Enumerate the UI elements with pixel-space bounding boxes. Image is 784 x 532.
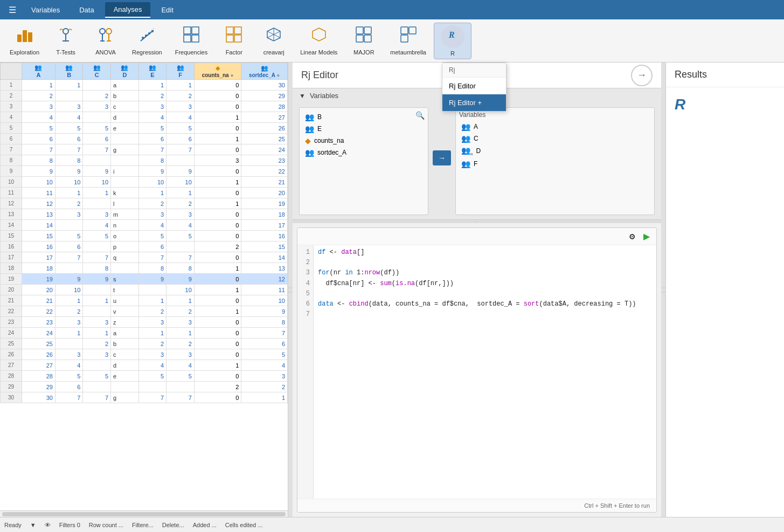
drag-handle-1[interactable]: ⋮⋮	[288, 63, 293, 517]
var-item-E[interactable]: 👥 E	[303, 123, 425, 135]
added-label: Added ...	[193, 522, 217, 528]
nav-tab-variables[interactable]: Variables	[23, 3, 68, 17]
status-cells-edited[interactable]: Cells edited ...	[225, 522, 263, 528]
dropdown-rj-editor-plus[interactable]: Rj Editor +	[442, 94, 506, 111]
table-row[interactable]: 262633c3305	[1, 349, 288, 360]
svg-rect-32	[364, 27, 371, 34]
t-tests-label: T-Tests	[56, 49, 75, 56]
table-row[interactable]: 222b22029	[1, 91, 288, 101]
toolbar-r[interactable]: R R	[434, 23, 471, 59]
table-row[interactable]: 14144n44017	[1, 220, 288, 231]
rj-editor-title: Rj Editor	[301, 70, 338, 81]
move-variable-button[interactable]: →	[433, 150, 451, 165]
status-eye[interactable]: 👁	[45, 522, 51, 528]
table-row[interactable]: 111111k11020	[1, 188, 288, 198]
var-label-B: B	[317, 113, 322, 121]
table-row[interactable]: 9999i99022	[1, 166, 288, 177]
nav-tab-analyses[interactable]: Analyses	[105, 2, 151, 18]
table-row[interactable]: 171777q77014	[1, 252, 288, 263]
linear-models-icon	[310, 26, 328, 47]
exploration-label: Exploration	[10, 49, 39, 56]
creavarj-label: creavarj	[263, 49, 285, 56]
toolbar-factor[interactable]: Factor	[215, 23, 253, 59]
code-content[interactable]: 1 2 3 4 5 6 7 df <- data[] for(nr in 1:n…	[297, 245, 656, 499]
toolbar-anova[interactable]: ANOVA	[87, 23, 124, 59]
regression-label: Regression	[132, 49, 162, 56]
table-row[interactable]: 25252b2206	[1, 338, 288, 349]
right-var-item-C[interactable]: 👥 C	[459, 133, 651, 144]
table-row[interactable]: 131333m33018	[1, 209, 288, 220]
table-row[interactable]: 2929622	[1, 382, 288, 392]
table-row[interactable]: 212111u11010	[1, 295, 288, 306]
toolbar-metaumbrella[interactable]: metaumbrella	[385, 23, 432, 59]
drag-handle-2[interactable]: ⋮⋮	[661, 63, 665, 517]
metaumbrella-icon	[400, 26, 417, 47]
filter-icon: ▼	[30, 522, 36, 528]
toolbar-creavarj[interactable]: creavarj	[255, 23, 293, 59]
var-item-sortdec-a[interactable]: 👥 sortdec_A	[303, 147, 425, 158]
right-var-item-D[interactable]: 👥a D	[459, 144, 651, 158]
table-row[interactable]: 151555o55016	[1, 231, 288, 241]
table-row[interactable]: 1818888113	[1, 263, 288, 274]
table-row[interactable]: 101010101010121	[1, 177, 288, 188]
toolbar-linear-models[interactable]: Linear Models	[295, 23, 343, 59]
table-row[interactable]: 5555e55026	[1, 123, 288, 134]
var-item-B[interactable]: 👥 B	[303, 111, 425, 123]
dropdown-rj-editor[interactable]: Rj Editor	[442, 78, 506, 94]
data-table: 👥 A 👥 B 👥	[0, 63, 288, 403]
table-row[interactable]: 111a11030	[1, 80, 288, 91]
status-delete[interactable]: Delete...	[162, 522, 184, 528]
right-var-label-C: C	[474, 135, 478, 142]
table-row[interactable]: 202010t10111	[1, 285, 288, 295]
toolbar-t-tests[interactable]: T-Tests	[47, 23, 85, 59]
code-lines[interactable]: df <- data[] for(nr in 1:nrow(df)) df$cn…	[314, 245, 656, 499]
results-header: Results	[666, 63, 784, 87]
status-filters-count: Filters 0	[59, 522, 80, 528]
svg-point-7	[106, 29, 112, 34]
drag-handle-vertical[interactable]: ···	[293, 220, 661, 223]
table-row[interactable]: 8888323	[1, 155, 288, 166]
table-row[interactable]: 16166p6215	[1, 241, 288, 252]
nav-tab-edit[interactable]: Edit	[152, 3, 182, 17]
spreadsheet: 👥 A 👥 B 👥	[0, 63, 288, 517]
svg-rect-2	[28, 32, 32, 42]
exploration-icon	[16, 26, 33, 47]
status-row-count[interactable]: Row count ...	[89, 522, 123, 528]
toolbar-regression[interactable]: Regression	[127, 23, 168, 59]
toolbar-exploration[interactable]: Exploration	[4, 23, 45, 59]
table-row[interactable]: 444d44127	[1, 112, 288, 123]
table-row[interactable]: 303077g7701	[1, 392, 288, 403]
status-added[interactable]: Added ...	[193, 522, 217, 528]
table-row[interactable]: 3333c33028	[1, 101, 288, 112]
table-row[interactable]: 27274d4414	[1, 360, 288, 371]
hamburger-button[interactable]: ☰	[4, 3, 20, 17]
search-icon[interactable]: 🔍	[415, 111, 425, 120]
table-row[interactable]: 7777g77024	[1, 144, 288, 155]
status-filter[interactable]: ▼	[30, 522, 36, 528]
table-row[interactable]: 666666125	[1, 134, 288, 144]
var-label-counts-na: counts_na	[314, 137, 344, 144]
table-row[interactable]: 232333z3308	[1, 317, 288, 328]
rj-editor-arrow-button[interactable]: →	[631, 65, 653, 86]
settings-button[interactable]: ⚙	[627, 231, 638, 242]
toolbar-frequencies[interactable]: Frequencies	[170, 23, 213, 59]
table-row[interactable]: 12122l22119	[1, 198, 288, 209]
r-logo: R	[675, 96, 685, 113]
var-item-counts-na[interactable]: ◆ counts_na	[303, 135, 425, 147]
right-var-item-F[interactable]: 👥 F	[459, 158, 651, 170]
toolbar-major[interactable]: MAJOR	[345, 23, 383, 59]
status-filtere[interactable]: Filtere...	[132, 522, 154, 528]
table-row[interactable]: 191999s99012	[1, 274, 288, 285]
svg-rect-35	[401, 27, 408, 34]
right-var-item-A[interactable]: 👥 A	[459, 121, 651, 133]
editor-panel: Rj Editor → ▼ Variables 🔍 👥 B 👥	[293, 63, 661, 517]
table-row[interactable]: 22222v2219	[1, 306, 288, 317]
table-row[interactable]: 282855e5503	[1, 371, 288, 382]
svg-point-17	[151, 30, 154, 32]
svg-point-6	[100, 29, 105, 34]
main-area: 👥 A 👥 B 👥	[0, 63, 784, 517]
nav-tab-data[interactable]: Data	[71, 3, 102, 17]
status-ready: Ready	[4, 522, 22, 528]
table-row[interactable]: 242411a1107	[1, 328, 288, 338]
run-button[interactable]: ▶	[641, 230, 652, 243]
